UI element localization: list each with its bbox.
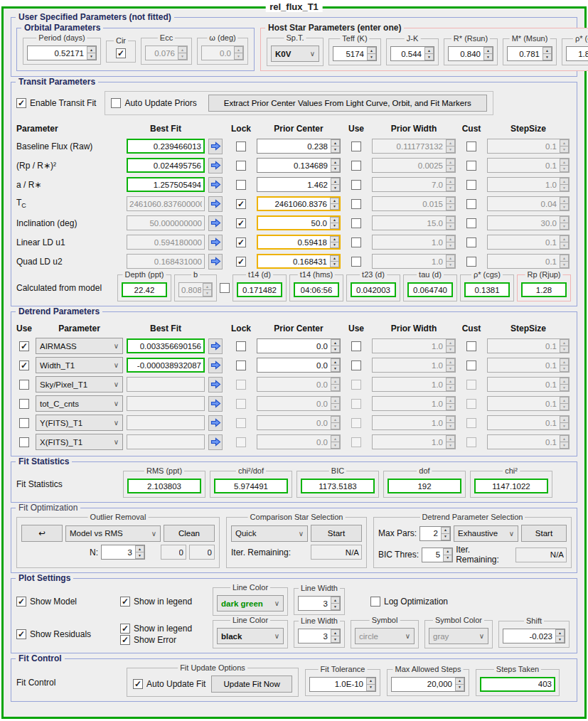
spin-down-button[interactable]: ▼ — [424, 54, 434, 60]
spin-down-button[interactable]: ▼ — [330, 223, 339, 229]
prior-center-field[interactable]: 1.462▲▼ — [257, 177, 341, 192]
prior-center-field[interactable]: 0.0▲▼ — [257, 338, 341, 353]
spin-up-button[interactable]: ▲ — [424, 47, 434, 54]
detrend-param-dropdown[interactable]: Width_T1∨ — [36, 357, 123, 373]
comp-star-mode-dropdown[interactable]: Quick∨ — [231, 525, 308, 542]
model-line-color-dropdown[interactable]: dark green∨ — [217, 595, 284, 611]
spin-down-button[interactable]: ▼ — [455, 685, 464, 691]
detrend-param-dropdown[interactable]: X(FITS)_T1∨ — [36, 434, 123, 450]
spin-up-button[interactable]: ▲ — [330, 217, 339, 223]
spin-up-button[interactable]: ▲ — [483, 47, 493, 54]
lock-checkbox[interactable]: ✓ — [236, 237, 246, 247]
prior-center-field[interactable]: 0.59418▲▼ — [257, 235, 341, 250]
use-prior-checkbox[interactable]: ✓ — [351, 360, 361, 370]
detrend-param-dropdown[interactable]: AIRMASS∨ — [36, 338, 123, 354]
show-error-checkbox[interactable]: ✓ — [120, 635, 130, 645]
n-spinner[interactable]: 3▲▼ — [101, 545, 145, 560]
cust-checkbox[interactable]: ✓ — [466, 360, 476, 370]
copy-to-prior-button[interactable] — [208, 158, 223, 173]
use-prior-checkbox[interactable]: ✓ — [351, 257, 361, 267]
use-detrend-checkbox[interactable]: ✓ — [19, 437, 29, 447]
use-detrend-checkbox[interactable]: ✓ — [19, 418, 29, 428]
spin-down-button[interactable]: ▼ — [542, 54, 552, 60]
b-lock-checkbox[interactable]: ✓ — [220, 283, 230, 293]
use-prior-checkbox[interactable]: ✓ — [351, 161, 361, 171]
spin-up-button[interactable]: ▲ — [135, 545, 144, 552]
lock-checkbox[interactable]: ✓ — [236, 180, 246, 190]
spin-up-button[interactable]: ▲ — [366, 678, 375, 685]
spin-up-button[interactable]: ▲ — [542, 47, 552, 54]
outlier-mode-dropdown[interactable]: Model vs RMS∨ — [65, 525, 161, 542]
residuals-legend-checkbox[interactable]: ✓ — [120, 624, 130, 634]
use-prior-checkbox[interactable]: ✓ — [351, 141, 361, 151]
copy-to-prior-button[interactable] — [208, 358, 223, 373]
model-legend-checkbox[interactable]: ✓ — [120, 597, 130, 607]
spin-down-button[interactable]: ▼ — [555, 636, 565, 643]
spin-up-button[interactable]: ▲ — [331, 159, 340, 166]
spin-up-button[interactable]: ▲ — [330, 236, 339, 242]
prior-center-field[interactable]: 0.0▲▼ — [257, 358, 341, 373]
spin-down-button[interactable]: ▼ — [331, 604, 340, 610]
period-spinner[interactable]: 0.52171▲▼ — [27, 46, 97, 60]
spin-up-button[interactable]: ▲ — [441, 527, 450, 534]
copy-to-prior-button[interactable] — [208, 415, 223, 431]
spin-down-button[interactable]: ▼ — [443, 555, 452, 562]
lock-checkbox[interactable]: ✓ — [236, 199, 246, 209]
detrend-param-dropdown[interactable]: tot_C_cnts∨ — [36, 395, 123, 412]
spin-down-button[interactable]: ▼ — [330, 204, 339, 210]
cust-checkbox[interactable]: ✓ — [466, 180, 476, 190]
undo-outlier-button[interactable]: ↩ — [21, 525, 63, 542]
spin-down-button[interactable]: ▼ — [331, 166, 340, 172]
spin-down-button[interactable]: ▼ — [441, 534, 450, 540]
copy-to-prior-button[interactable] — [208, 338, 223, 354]
log-optimization-checkbox[interactable]: ✓ — [370, 597, 380, 607]
spin-down-button[interactable]: ▼ — [331, 185, 340, 191]
cust-checkbox[interactable]: ✓ — [466, 237, 476, 247]
use-prior-checkbox[interactable]: ✓ — [351, 199, 361, 209]
spin-up-button[interactable]: ▲ — [330, 255, 339, 262]
cust-checkbox[interactable]: ✓ — [466, 199, 476, 209]
spin-up-button[interactable]: ▲ — [331, 629, 340, 636]
spin-down-button[interactable]: ▼ — [331, 346, 340, 353]
spin-down-button[interactable]: ▼ — [330, 242, 339, 248]
prior-center-field[interactable]: 0.168431▲▼ — [257, 254, 341, 269]
lock-checkbox[interactable]: ✓ — [236, 360, 246, 370]
copy-to-prior-button[interactable] — [208, 215, 223, 231]
model-line-width-spinner[interactable]: 3▲▼ — [298, 596, 341, 611]
bic-thres-spinner[interactable]: 5▲▼ — [422, 548, 453, 562]
spin-up-button[interactable]: ▲ — [87, 46, 96, 53]
detrend-selection-start-button[interactable]: Start — [521, 525, 567, 542]
cust-checkbox[interactable]: ✓ — [466, 257, 476, 267]
spin-up-button[interactable]: ▲ — [331, 358, 340, 365]
enable-transit-fit-checkbox[interactable]: ✓ — [16, 98, 26, 108]
spin-up-button[interactable]: ▲ — [331, 139, 340, 146]
spin-up-button[interactable]: ▲ — [455, 678, 464, 685]
copy-to-prior-button[interactable] — [208, 177, 223, 193]
extract-priors-button[interactable]: Extract Prior Center Values From Light C… — [208, 95, 487, 112]
spin-up-button[interactable]: ▲ — [555, 629, 565, 636]
copy-to-prior-button[interactable] — [208, 235, 223, 250]
teff-spinner[interactable]: 5174▲▼ — [333, 46, 377, 61]
prior-center-field[interactable]: 0.134689▲▼ — [257, 158, 341, 173]
lock-checkbox[interactable]: ✓ — [236, 257, 246, 267]
spin-down-button[interactable]: ▼ — [331, 146, 340, 153]
use-detrend-checkbox[interactable]: ✓ — [19, 360, 29, 370]
auto-update-fit-checkbox[interactable]: ✓ — [133, 679, 143, 689]
cust-checkbox[interactable]: ✓ — [466, 341, 476, 351]
rstar-spinner[interactable]: 0.840▲▼ — [448, 46, 493, 61]
max-allowed-steps-spinner[interactable]: 20,000▲▼ — [391, 677, 465, 692]
shift-spinner[interactable]: -0.023▲▼ — [503, 629, 565, 643]
spin-up-button[interactable]: ▲ — [331, 178, 340, 185]
show-model-checkbox[interactable]: ✓ — [16, 597, 26, 607]
spin-down-button[interactable]: ▼ — [367, 54, 376, 60]
copy-to-prior-button[interactable] — [208, 377, 223, 392]
spin-up-button[interactable]: ▲ — [443, 548, 452, 555]
use-detrend-checkbox[interactable]: ✓ — [19, 380, 29, 390]
fit-tolerance-spinner[interactable]: 1.0E-10▲▼ — [309, 677, 376, 692]
clean-button[interactable]: Clean — [164, 525, 215, 542]
spin-up-button[interactable]: ▲ — [330, 198, 339, 204]
detrend-param-dropdown[interactable]: Y(FITS)_T1∨ — [36, 415, 123, 431]
comp-star-start-button[interactable]: Start — [311, 525, 362, 542]
cust-checkbox[interactable]: ✓ — [466, 218, 476, 228]
spectral-type-dropdown[interactable]: K0V∨ — [271, 46, 319, 62]
